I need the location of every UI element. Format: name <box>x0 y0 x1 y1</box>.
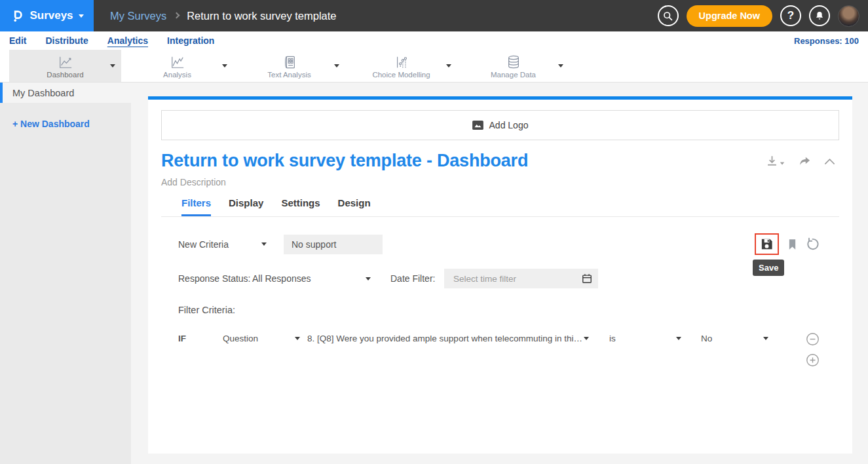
toolbar-manage-data-label: Manage Data <box>491 71 536 79</box>
criteria-actions: Save <box>755 233 820 255</box>
toolbar-text-analysis-label: Text Analysis <box>267 71 311 79</box>
response-status-dropdown[interactable]: All Responses <box>252 273 371 284</box>
criteria-name-input[interactable] <box>284 235 383 254</box>
chevron-down-icon <box>79 14 84 18</box>
bell-icon <box>814 10 825 21</box>
filters-panel: New Criteria <box>161 233 839 367</box>
menu-item-integration[interactable]: Integration <box>167 35 214 46</box>
minus-circle-icon <box>806 332 820 346</box>
chevron-down-icon <box>261 242 267 246</box>
answer-dropdown[interactable]: No <box>701 332 768 343</box>
date-filter-field[interactable] <box>444 269 598 288</box>
sidebar-item-my-dashboard[interactable]: My Dashboard <box>0 83 131 103</box>
responses-count: Responses: 100 <box>794 36 859 46</box>
chevron-down-icon[interactable] <box>110 64 115 68</box>
add-logo-button[interactable]: Add Logo <box>161 110 839 140</box>
analytics-toolbar: Dashboard Analysis Text Analysis <box>0 50 868 83</box>
chevron-down-icon <box>780 163 784 165</box>
product-switcher[interactable]: Surveys <box>0 0 94 31</box>
sidebar-item-label: My Dashboard <box>12 88 74 98</box>
collapse-button[interactable] <box>824 157 835 165</box>
bookmark-button[interactable] <box>787 238 798 251</box>
database-icon <box>506 54 521 69</box>
chevron-down-icon <box>763 337 768 340</box>
menu-item-edit[interactable]: Edit <box>9 35 26 46</box>
answer-value: No <box>701 334 712 343</box>
operator-dropdown[interactable]: is <box>609 332 681 343</box>
help-button[interactable]: ? <box>780 5 801 26</box>
tab-design[interactable]: Design <box>338 197 371 216</box>
topbar: Surveys My Surveys Return to work survey… <box>0 0 868 31</box>
menu-item-analytics[interactable]: Analytics <box>107 35 148 46</box>
search-icon <box>662 10 673 22</box>
toolbar-dashboard-label: Dashboard <box>47 71 83 79</box>
reset-icon <box>806 237 820 251</box>
card-body: Add Logo Return to work survey template … <box>148 100 852 454</box>
tab-filters[interactable]: Filters <box>181 197 211 216</box>
toolbar-manage-data[interactable]: Manage Data <box>457 50 569 82</box>
chevron-down-icon <box>295 337 300 340</box>
topbar-actions: Upgrade Now ? <box>658 5 868 27</box>
chevron-down-icon[interactable] <box>334 64 339 68</box>
survey-menubar: Edit Distribute Analytics Integration Re… <box>0 31 868 50</box>
search-button[interactable] <box>658 5 679 26</box>
tab-settings[interactable]: Settings <box>281 197 320 216</box>
title-row: Return to work survey template - Dashboa… <box>161 151 839 171</box>
questionpro-logo-icon <box>10 8 24 24</box>
toolbar-choice-modelling[interactable]: Choice Modelling <box>345 50 457 82</box>
chevron-down-icon <box>366 277 371 280</box>
criteria-row-actions <box>806 332 820 367</box>
menu-item-distribute[interactable]: Distribute <box>45 35 88 46</box>
question-value: 8. [Q8] Were you provided ample support … <box>307 334 584 343</box>
add-logo-label: Add Logo <box>489 120 529 130</box>
breadcrumb-current-page: Return to work survey template <box>187 10 336 22</box>
reset-button[interactable] <box>806 237 820 251</box>
add-description[interactable]: Add Description <box>161 177 839 187</box>
upgrade-now-button[interactable]: Upgrade Now <box>687 5 772 27</box>
chevron-down-icon[interactable] <box>558 64 563 68</box>
title-actions <box>766 151 839 167</box>
operator-value: is <box>609 334 616 343</box>
brand-label: Surveys <box>29 9 73 22</box>
date-filter-input[interactable] <box>452 273 582 284</box>
chevron-down-icon <box>584 337 589 340</box>
download-button[interactable] <box>766 155 785 167</box>
chevron-up-icon <box>824 157 835 165</box>
line-chart-icon <box>57 54 74 69</box>
dashboard-tabs: Filters Display Settings Design <box>161 197 839 217</box>
chevron-down-icon[interactable] <box>446 64 451 68</box>
plus-circle-icon <box>806 353 820 367</box>
question-dropdown[interactable]: 8. [Q8] Were you provided ample support … <box>307 332 589 343</box>
toolbar-analysis[interactable]: Analysis <box>121 50 233 82</box>
toolbar-analysis-label: Analysis <box>163 71 191 79</box>
image-icon <box>472 121 483 130</box>
notifications-button[interactable] <box>809 5 830 26</box>
filter-criteria-label: Filter Criteria: <box>178 305 820 315</box>
remove-criteria-button[interactable] <box>806 332 820 346</box>
date-filter-label: Date Filter: <box>390 273 436 284</box>
response-status-row: Response Status: All Responses Date Filt… <box>178 269 820 288</box>
save-button[interactable] <box>755 233 779 255</box>
save-floppy-icon <box>760 237 774 251</box>
question-mark-icon: ? <box>787 9 794 22</box>
criteria-dropdown[interactable]: New Criteria <box>178 239 267 250</box>
save-tooltip: Save <box>753 260 784 276</box>
criteria-type-dropdown[interactable]: Question <box>223 332 300 343</box>
avatar[interactable] <box>838 5 859 27</box>
toolbar-text-analysis[interactable]: Text Analysis <box>233 50 345 82</box>
tab-display[interactable]: Display <box>229 197 263 216</box>
scatter-chart-icon <box>394 54 409 69</box>
toolbar-dashboard[interactable]: Dashboard <box>9 50 121 82</box>
page-title: Return to work survey template - Dashboa… <box>161 151 528 171</box>
breadcrumb-my-surveys[interactable]: My Surveys <box>110 10 166 22</box>
add-criteria-button[interactable] <box>806 353 820 367</box>
trend-chart-icon <box>169 54 186 69</box>
chevron-down-icon[interactable] <box>222 64 227 68</box>
main-area: My Dashboard + New Dashboard Add Logo Re… <box>0 83 868 464</box>
new-dashboard-link[interactable]: + New Dashboard <box>12 119 131 129</box>
breadcrumb: My Surveys Return to work survey templat… <box>110 10 337 22</box>
share-button[interactable] <box>798 155 811 167</box>
download-icon <box>766 155 778 167</box>
content-area: Add Logo Return to work survey template … <box>131 83 868 464</box>
criteria-dropdown-value: New Criteria <box>178 239 229 250</box>
